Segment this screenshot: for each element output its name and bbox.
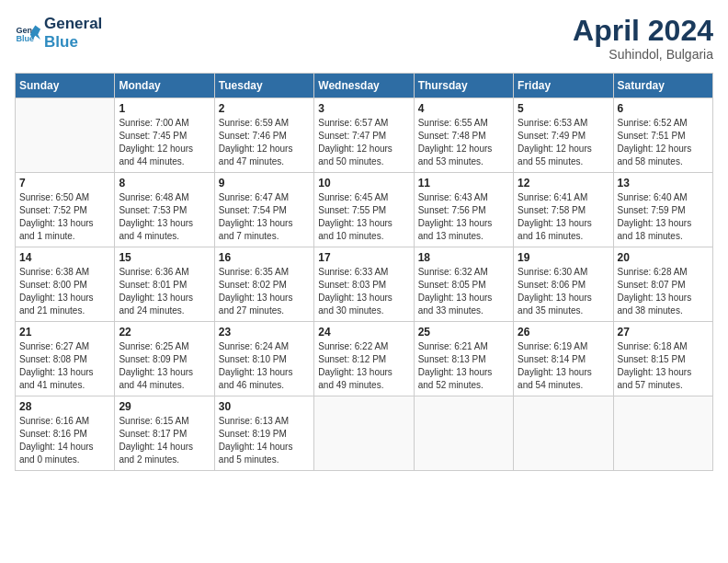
logo-icon: General Blue: [15, 20, 40, 46]
day-number: 16: [219, 251, 310, 264]
day-sun-info: Sunrise: 6:48 AM Sunset: 7:53 PM Dayligh…: [119, 191, 210, 243]
day-sun-info: Sunrise: 6:24 AM Sunset: 8:10 PM Dayligh…: [219, 340, 310, 392]
calendar-cell: 12Sunrise: 6:41 AM Sunset: 7:58 PM Dayli…: [514, 173, 613, 247]
day-sun-info: Sunrise: 6:40 AM Sunset: 7:59 PM Dayligh…: [618, 191, 709, 243]
day-sun-info: Sunrise: 6:19 AM Sunset: 8:14 PM Dayligh…: [518, 340, 609, 392]
day-sun-info: Sunrise: 6:28 AM Sunset: 8:07 PM Dayligh…: [618, 266, 709, 317]
day-number: 24: [318, 326, 409, 339]
calendar-cell: 30Sunrise: 6:13 AM Sunset: 8:19 PM Dayli…: [214, 396, 313, 471]
day-number: 8: [119, 177, 210, 190]
day-number: 10: [318, 177, 409, 190]
day-number: 12: [518, 177, 609, 190]
day-number: 6: [618, 102, 709, 115]
page-header: General Blue General Blue April 2024 Suh…: [15, 15, 713, 62]
location-subtitle: Suhindol, Bulgaria: [573, 47, 713, 62]
day-sun-info: Sunrise: 6:36 AM Sunset: 8:01 PM Dayligh…: [119, 266, 210, 317]
day-header-sunday: Sunday: [16, 74, 115, 98]
calendar-cell: 13Sunrise: 6:40 AM Sunset: 7:59 PM Dayli…: [613, 173, 712, 247]
day-sun-info: Sunrise: 6:45 AM Sunset: 7:55 PM Dayligh…: [318, 191, 409, 243]
day-sun-info: Sunrise: 6:15 AM Sunset: 8:17 PM Dayligh…: [119, 415, 210, 466]
calendar-cell: 2Sunrise: 6:59 AM Sunset: 7:46 PM Daylig…: [214, 98, 313, 173]
day-sun-info: Sunrise: 6:41 AM Sunset: 7:58 PM Dayligh…: [518, 191, 609, 243]
day-header-wednesday: Wednesday: [314, 74, 414, 98]
calendar-cell: 6Sunrise: 6:52 AM Sunset: 7:51 PM Daylig…: [613, 98, 712, 173]
calendar-cell: 22Sunrise: 6:25 AM Sunset: 8:09 PM Dayli…: [115, 322, 214, 396]
calendar-cell: 29Sunrise: 6:15 AM Sunset: 8:17 PM Dayli…: [115, 396, 214, 471]
day-number: 21: [19, 326, 110, 339]
calendar-week-row: 7Sunrise: 6:50 AM Sunset: 7:52 PM Daylig…: [16, 173, 713, 247]
calendar-cell: 26Sunrise: 6:19 AM Sunset: 8:14 PM Dayli…: [514, 322, 613, 396]
calendar-cell: [514, 396, 613, 471]
calendar-cell: [314, 396, 414, 471]
day-number: 23: [219, 326, 310, 339]
day-sun-info: Sunrise: 6:27 AM Sunset: 8:08 PM Dayligh…: [19, 340, 110, 392]
calendar-cell: 16Sunrise: 6:35 AM Sunset: 8:02 PM Dayli…: [214, 247, 313, 322]
day-number: 20: [618, 251, 709, 264]
day-header-monday: Monday: [115, 74, 214, 98]
day-sun-info: Sunrise: 6:38 AM Sunset: 8:00 PM Dayligh…: [19, 266, 110, 317]
calendar-cell: 19Sunrise: 6:30 AM Sunset: 8:06 PM Dayli…: [514, 247, 613, 322]
calendar-cell: 7Sunrise: 6:50 AM Sunset: 7:52 PM Daylig…: [16, 173, 115, 247]
calendar-cell: [613, 396, 712, 471]
day-sun-info: Sunrise: 6:18 AM Sunset: 8:15 PM Dayligh…: [618, 340, 709, 392]
day-sun-info: Sunrise: 6:47 AM Sunset: 7:54 PM Dayligh…: [219, 191, 310, 243]
calendar-cell: [16, 98, 115, 173]
calendar-cell: 10Sunrise: 6:45 AM Sunset: 7:55 PM Dayli…: [314, 173, 414, 247]
calendar-week-row: 1Sunrise: 7:00 AM Sunset: 7:45 PM Daylig…: [16, 98, 713, 173]
month-title: April 2024: [573, 15, 713, 47]
day-sun-info: Sunrise: 6:33 AM Sunset: 8:03 PM Dayligh…: [318, 266, 409, 317]
calendar-cell: 20Sunrise: 6:28 AM Sunset: 8:07 PM Dayli…: [613, 247, 712, 322]
calendar-cell: 5Sunrise: 6:53 AM Sunset: 7:49 PM Daylig…: [514, 98, 613, 173]
day-number: 30: [219, 400, 310, 413]
day-sun-info: Sunrise: 6:30 AM Sunset: 8:06 PM Dayligh…: [518, 266, 609, 317]
day-number: 25: [418, 326, 509, 339]
calendar-cell: [414, 396, 513, 471]
day-header-thursday: Thursday: [414, 74, 513, 98]
day-sun-info: Sunrise: 6:53 AM Sunset: 7:49 PM Dayligh…: [518, 117, 609, 168]
calendar-cell: 23Sunrise: 6:24 AM Sunset: 8:10 PM Dayli…: [214, 322, 313, 396]
day-number: 9: [219, 177, 310, 190]
calendar-cell: 17Sunrise: 6:33 AM Sunset: 8:03 PM Dayli…: [314, 247, 414, 322]
day-number: 28: [19, 400, 110, 413]
day-sun-info: Sunrise: 6:59 AM Sunset: 7:46 PM Dayligh…: [219, 117, 310, 168]
calendar-cell: 21Sunrise: 6:27 AM Sunset: 8:08 PM Dayli…: [16, 322, 115, 396]
day-number: 7: [19, 177, 110, 190]
calendar-cell: 14Sunrise: 6:38 AM Sunset: 8:00 PM Dayli…: [16, 247, 115, 322]
calendar-cell: 24Sunrise: 6:22 AM Sunset: 8:12 PM Dayli…: [314, 322, 414, 396]
calendar-cell: 8Sunrise: 6:48 AM Sunset: 7:53 PM Daylig…: [115, 173, 214, 247]
day-header-saturday: Saturday: [613, 74, 712, 98]
calendar-week-row: 28Sunrise: 6:16 AM Sunset: 8:16 PM Dayli…: [16, 396, 713, 471]
logo: General Blue General Blue: [15, 15, 102, 52]
calendar-cell: 9Sunrise: 6:47 AM Sunset: 7:54 PM Daylig…: [214, 173, 313, 247]
day-number: 26: [518, 326, 609, 339]
title-block: April 2024 Suhindol, Bulgaria: [573, 15, 713, 62]
calendar-week-row: 21Sunrise: 6:27 AM Sunset: 8:08 PM Dayli…: [16, 322, 713, 396]
calendar-week-row: 14Sunrise: 6:38 AM Sunset: 8:00 PM Dayli…: [16, 247, 713, 322]
calendar-header-row: SundayMondayTuesdayWednesdayThursdayFrid…: [16, 74, 713, 98]
day-number: 19: [518, 251, 609, 264]
day-sun-info: Sunrise: 6:35 AM Sunset: 8:02 PM Dayligh…: [219, 266, 310, 317]
day-number: 29: [119, 400, 210, 413]
calendar-cell: 11Sunrise: 6:43 AM Sunset: 7:56 PM Dayli…: [414, 173, 513, 247]
day-header-tuesday: Tuesday: [214, 74, 313, 98]
calendar-cell: 3Sunrise: 6:57 AM Sunset: 7:47 PM Daylig…: [314, 98, 414, 173]
day-sun-info: Sunrise: 6:57 AM Sunset: 7:47 PM Dayligh…: [318, 117, 409, 168]
day-number: 3: [318, 102, 409, 115]
day-sun-info: Sunrise: 6:32 AM Sunset: 8:05 PM Dayligh…: [418, 266, 509, 317]
day-number: 4: [418, 102, 509, 115]
day-number: 11: [418, 177, 509, 190]
calendar-table: SundayMondayTuesdayWednesdayThursdayFrid…: [15, 73, 713, 471]
calendar-cell: 15Sunrise: 6:36 AM Sunset: 8:01 PM Dayli…: [115, 247, 214, 322]
day-sun-info: Sunrise: 6:50 AM Sunset: 7:52 PM Dayligh…: [19, 191, 110, 243]
logo-general-text: General: [44, 15, 102, 33]
day-number: 14: [19, 251, 110, 264]
day-sun-info: Sunrise: 6:55 AM Sunset: 7:48 PM Dayligh…: [418, 117, 509, 168]
day-number: 15: [119, 251, 210, 264]
day-sun-info: Sunrise: 6:43 AM Sunset: 7:56 PM Dayligh…: [418, 191, 509, 243]
calendar-cell: 27Sunrise: 6:18 AM Sunset: 8:15 PM Dayli…: [613, 322, 712, 396]
day-number: 1: [119, 102, 210, 115]
day-sun-info: Sunrise: 6:21 AM Sunset: 8:13 PM Dayligh…: [418, 340, 509, 392]
day-sun-info: Sunrise: 6:13 AM Sunset: 8:19 PM Dayligh…: [219, 415, 310, 466]
logo-blue-text: Blue: [44, 33, 78, 51]
day-sun-info: Sunrise: 6:52 AM Sunset: 7:51 PM Dayligh…: [618, 117, 709, 168]
